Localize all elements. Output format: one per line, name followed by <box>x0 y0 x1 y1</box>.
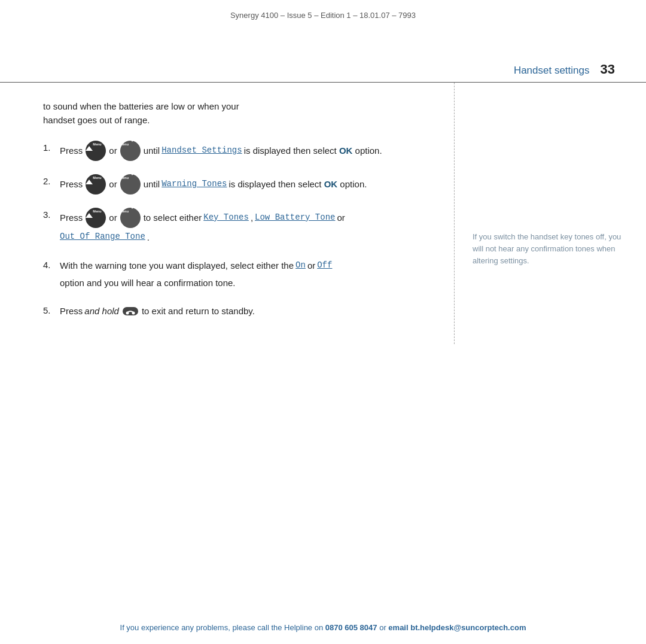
svg-point-1 <box>126 311 129 314</box>
arrow-down-shape <box>129 137 136 146</box>
footer-prefix: If you experience any problems, please c… <box>120 623 325 632</box>
step-5: Press and hold to exit and return to sta… <box>43 303 430 319</box>
step-3: Press Menu or Menu to select either Key … <box>43 208 430 245</box>
step-3-content: Press Menu or Menu to select either Key … <box>60 208 430 245</box>
main-column: to sound when the batteries are low or w… <box>0 83 455 344</box>
step-2: Press Menu or Menu until Warning Tones i… <box>43 174 430 195</box>
intro-text: to sound when the batteries are low or w… <box>43 99 430 127</box>
footer-or: or <box>377 623 389 632</box>
header-title: Synergy 4100 – Issue 5 – Edition 1 – 18.… <box>230 11 416 20</box>
page-header: Synergy 4100 – Issue 5 – Edition 1 – 18.… <box>0 0 646 26</box>
step-4-content: With the warning tone you want displayed… <box>60 258 430 290</box>
button-down-icon-1: Menu <box>120 141 141 161</box>
content-area: to sound when the batteries are low or w… <box>0 83 646 344</box>
step-5-content: Press and hold to exit and return to sta… <box>60 303 255 319</box>
page-number: 33 <box>601 62 615 77</box>
page-footer: If you experience any problems, please c… <box>0 623 646 632</box>
step-1: Press Menu or Menu until Handset Setting… <box>43 141 430 161</box>
steps-list: Press Menu or Menu until Handset Setting… <box>43 141 430 319</box>
intro-line1: to sound when the batteries are low or w… <box>43 101 239 111</box>
arrow-down-shape-2 <box>129 171 136 180</box>
arrow-up-shape <box>86 142 93 151</box>
step-4: With the warning tone you want displayed… <box>43 258 430 290</box>
step-2-content: Press Menu or Menu until Warning Tones i… <box>60 174 367 195</box>
arrow-up-shape-2 <box>86 175 93 184</box>
ok-label-2: OK <box>324 179 338 189</box>
button-up-icon-1: Menu <box>86 141 106 161</box>
button-down-icon-2: Menu <box>120 174 141 195</box>
screen-text-handset-settings: Handset Settings <box>162 144 242 158</box>
arrow-down-shape-3 <box>129 204 136 213</box>
footer-phone: 0870 605 8047 <box>325 623 377 632</box>
intro-line2: handset goes out of range. <box>43 115 150 125</box>
section-title: Handset settings <box>514 65 590 77</box>
button-up-icon-3: Menu <box>86 208 106 228</box>
button-up-icon-2: Menu <box>86 174 106 195</box>
svg-point-2 <box>132 311 135 314</box>
screen-text-key-tones: Key Tones <box>203 211 249 225</box>
screen-text-low-battery: Low Battery Tone <box>255 211 335 225</box>
section-heading: Handset settings 33 <box>0 62 646 83</box>
side-note: If you switch the handset key tones off,… <box>473 231 628 267</box>
arrow-up-shape-3 <box>86 209 93 218</box>
screen-text-off: Off <box>317 259 332 273</box>
ok-label-1: OK <box>339 145 353 156</box>
and-hold-text: and hold <box>84 303 119 319</box>
step-1-content: Press Menu or Menu until Handset Setting… <box>60 141 382 161</box>
footer-email: email bt.helpdesk@suncorptech.com <box>388 623 526 632</box>
end-call-icon <box>122 305 139 318</box>
button-down-icon-3: Menu <box>120 208 141 228</box>
screen-text-out-of-range: Out Of Range Tone <box>60 230 145 244</box>
screen-text-on: On <box>295 259 306 273</box>
screen-text-warning-tones: Warning Tones <box>162 177 227 192</box>
side-column: If you switch the handset key tones off,… <box>455 83 646 344</box>
